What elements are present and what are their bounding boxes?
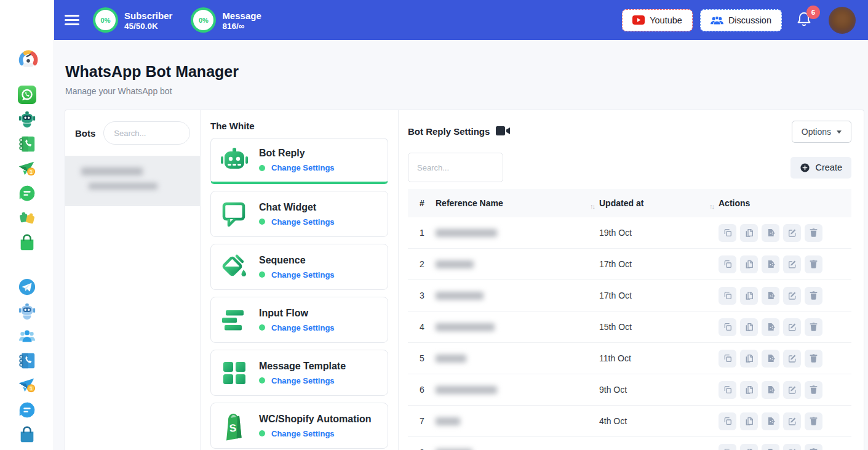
export-button[interactable]: [762, 350, 779, 368]
edit-button[interactable]: [783, 412, 801, 430]
module-card-input-flow[interactable]: Input Flow Change Settings: [210, 297, 388, 343]
updated-at-value: 9th Oct: [599, 385, 719, 395]
edit-button[interactable]: [783, 381, 801, 399]
module-card-sequence[interactable]: Sequence Change Settings: [210, 244, 388, 290]
sort-updated-at-icon[interactable]: ↑↓: [709, 203, 719, 210]
dashboard-gauge-icon[interactable]: [18, 49, 36, 67]
telegram-group-icon[interactable]: [18, 327, 36, 345]
trash-icon: [809, 291, 818, 300]
reference-name-redacted: [436, 292, 484, 300]
discussion-button[interactable]: Discussion: [700, 9, 782, 31]
duplicate-button[interactable]: [719, 412, 736, 430]
video-tutorial-icon[interactable]: [496, 126, 511, 136]
duplicate-button[interactable]: [719, 350, 736, 368]
module-card-chat-widget[interactable]: Chat Widget Change Settings: [210, 191, 388, 237]
change-settings-link[interactable]: Change Settings: [271, 217, 335, 227]
copy-button[interactable]: [740, 224, 758, 242]
options-button[interactable]: Options: [792, 121, 851, 143]
sort-reference-name-icon[interactable]: ↑↓: [590, 203, 599, 210]
delete-button[interactable]: [805, 224, 822, 242]
module-title: Bot Reply: [259, 148, 335, 159]
trash-icon: [809, 353, 818, 363]
sequence-icon: [220, 252, 249, 282]
copy-button[interactable]: [740, 350, 758, 368]
copy-button[interactable]: [740, 318, 758, 336]
edit-button[interactable]: [783, 350, 801, 368]
export-button[interactable]: [762, 318, 779, 336]
whatsapp-contacts-icon[interactable]: [18, 135, 36, 153]
duplicate-button[interactable]: [719, 287, 736, 305]
subscriber-progress-ring: 0%: [93, 7, 118, 33]
copy-button[interactable]: [740, 381, 758, 399]
edit-icon: [787, 353, 797, 363]
settings-search-input[interactable]: [408, 153, 503, 182]
export-button[interactable]: [762, 444, 779, 450]
export-button[interactable]: [762, 287, 779, 305]
telegram-icon[interactable]: [18, 278, 36, 296]
row-number: 3: [408, 291, 436, 300]
youtube-button[interactable]: Youtube: [622, 9, 693, 31]
copy-icon: [744, 416, 754, 426]
youtube-button-label: Youtube: [650, 15, 682, 25]
module-card-bot-reply[interactable]: Bot Reply Change Settings: [210, 138, 388, 184]
telegram-store-icon[interactable]: [18, 425, 36, 444]
telegram-broadcast-icon[interactable]: 1: [18, 376, 36, 395]
trash-icon: [809, 259, 818, 269]
duplicate-button[interactable]: [719, 224, 736, 242]
message-progress-ring: 0%: [191, 7, 216, 33]
copy-button[interactable]: [740, 412, 758, 430]
copy-button[interactable]: [740, 255, 758, 273]
module-card-message-template[interactable]: Message Template Change Settings: [210, 350, 388, 396]
change-settings-link[interactable]: Change Settings: [271, 323, 335, 332]
duplicate-button[interactable]: [719, 381, 736, 399]
edit-button[interactable]: [783, 318, 801, 336]
integrations-icon[interactable]: [18, 209, 36, 227]
bots-search-input[interactable]: [103, 121, 190, 145]
menu-toggle-icon[interactable]: [65, 12, 79, 28]
table-row: 3 17th Oct: [408, 280, 851, 311]
edit-icon: [787, 291, 797, 300]
create-button[interactable]: Create: [790, 157, 851, 179]
delete-button[interactable]: [805, 287, 822, 305]
notifications-button[interactable]: 6: [797, 11, 811, 30]
delete-button[interactable]: [805, 444, 822, 450]
bot-name-redacted: [81, 167, 143, 175]
copy-button[interactable]: [740, 287, 758, 305]
duplicate-button[interactable]: [719, 444, 736, 450]
export-button[interactable]: [762, 224, 779, 242]
telegram-bot-icon[interactable]: [18, 302, 36, 321]
duplicate-button[interactable]: [719, 255, 736, 273]
delete-button[interactable]: [805, 381, 822, 399]
edit-button[interactable]: [783, 224, 801, 242]
change-settings-link[interactable]: Change Settings: [271, 270, 335, 279]
avatar[interactable]: [829, 7, 856, 34]
module-title: Chat Widget: [259, 202, 335, 213]
whatsapp-icon[interactable]: [18, 86, 36, 104]
delete-button[interactable]: [805, 255, 822, 273]
duplicate-icon: [723, 228, 733, 238]
whatsapp-store-icon[interactable]: [18, 233, 36, 252]
whatsapp-bot-icon[interactable]: [18, 110, 36, 129]
delete-button[interactable]: [805, 350, 822, 368]
edit-button[interactable]: [783, 255, 801, 273]
export-button[interactable]: [762, 412, 779, 430]
change-settings-link[interactable]: Change Settings: [271, 163, 335, 172]
telegram-chat-icon[interactable]: [18, 401, 36, 419]
table-header: # Reference Name ↑↓ Updated at ↑↓ Action…: [408, 189, 851, 217]
export-button[interactable]: [762, 255, 779, 273]
whatsapp-broadcast-icon[interactable]: 1: [18, 159, 36, 178]
telegram-contacts-icon[interactable]: [18, 352, 36, 370]
edit-button[interactable]: [783, 444, 801, 450]
delete-button[interactable]: [805, 318, 822, 336]
delete-button[interactable]: [805, 412, 822, 430]
module-card-shopify[interactable]: S WC/Shopify Automation Change Settings: [210, 403, 388, 449]
whatsapp-chat-icon[interactable]: [18, 184, 36, 203]
edit-button[interactable]: [783, 287, 801, 305]
bot-list-item-selected[interactable]: [65, 156, 200, 206]
bot-number-redacted: [89, 183, 157, 190]
export-button[interactable]: [762, 381, 779, 399]
duplicate-button[interactable]: [719, 318, 736, 336]
change-settings-link[interactable]: Change Settings: [271, 429, 335, 438]
change-settings-link[interactable]: Change Settings: [271, 376, 335, 385]
copy-button[interactable]: [740, 444, 758, 450]
